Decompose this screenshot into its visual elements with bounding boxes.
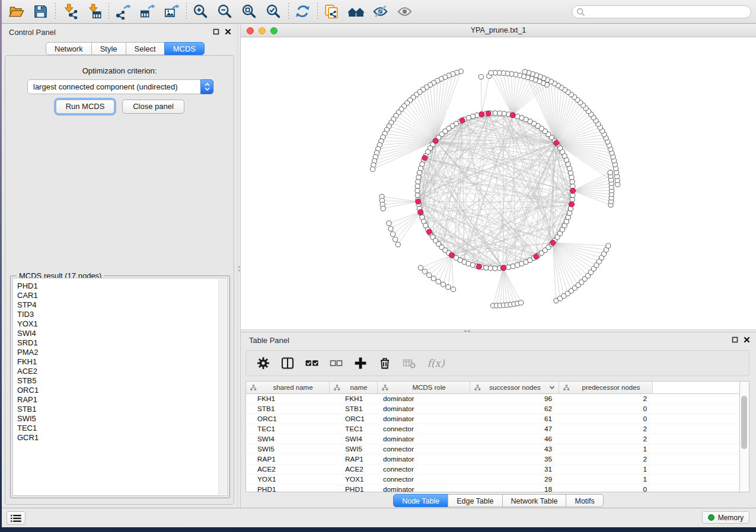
table-row[interactable]: ACE2ACE2connector311 xyxy=(246,464,739,475)
mcds-hub-node[interactable] xyxy=(570,188,576,194)
mcds-hub-node[interactable] xyxy=(426,229,432,235)
tab-node-table[interactable]: Node Table xyxy=(393,494,448,507)
table-row[interactable]: SWI5SWI5connector431 xyxy=(246,444,739,454)
mcds-result-item[interactable]: SRD1 xyxy=(17,338,39,348)
export-table-button[interactable] xyxy=(135,1,160,23)
graph-node[interactable] xyxy=(416,180,420,184)
graph-node[interactable] xyxy=(493,266,497,271)
graph-node[interactable] xyxy=(393,237,398,242)
graph-node[interactable] xyxy=(519,300,524,305)
mcds-result-list[interactable]: PHD1CAR1STP4TID3YOX1SWI4SRD1PMA2FKH1ACE2… xyxy=(12,278,228,496)
column-header-MCDS-role[interactable]: MCDS role xyxy=(378,382,470,393)
export-image-button[interactable] xyxy=(160,1,184,23)
mcds-result-item[interactable]: ACE2 xyxy=(17,367,39,376)
deselect-all-checkboxes-button[interactable] xyxy=(328,355,344,371)
tab-network-table[interactable]: Network Table xyxy=(502,494,567,507)
close-icon[interactable] xyxy=(744,336,750,343)
table-row[interactable]: FKH1FKH1dominator962 xyxy=(246,394,739,404)
graph-node[interactable] xyxy=(522,69,527,74)
mcds-hub-node[interactable] xyxy=(433,138,438,143)
graph-node[interactable] xyxy=(608,170,613,175)
graph-node[interactable] xyxy=(569,175,574,180)
graph-node[interactable] xyxy=(489,70,493,75)
mcds-result-item[interactable]: SWI4 xyxy=(17,329,39,338)
graph-node[interactable] xyxy=(488,266,493,271)
graph-node[interactable] xyxy=(416,175,421,180)
graph-node[interactable] xyxy=(415,188,420,193)
graph-node[interactable] xyxy=(511,264,515,268)
table-scrollbar[interactable] xyxy=(740,381,749,492)
graph-node[interactable] xyxy=(441,282,445,287)
delete-column-button[interactable] xyxy=(377,355,393,371)
graph-node[interactable] xyxy=(484,265,489,270)
graph-node[interactable] xyxy=(506,265,511,270)
table-row[interactable]: YOX1YOX1connector291 xyxy=(246,475,739,485)
graph-node[interactable] xyxy=(381,206,385,211)
mcds-hub-node[interactable] xyxy=(550,240,556,245)
mcds-list-scrollbar[interactable] xyxy=(218,279,227,495)
table-row[interactable]: ORC1ORC1dominator610 xyxy=(246,414,739,424)
graph-node[interactable] xyxy=(568,171,573,175)
mcds-result-item[interactable]: FKH1 xyxy=(17,357,39,367)
graph-node[interactable] xyxy=(395,242,400,247)
import-network-button[interactable] xyxy=(58,1,82,23)
graph-node[interactable] xyxy=(391,232,395,236)
optimization-criterion-select[interactable]: largest connected component (undirected) xyxy=(27,79,213,94)
tab-mcds[interactable]: MCDS xyxy=(164,42,205,55)
mcds-hub-node[interactable] xyxy=(510,113,515,118)
mcds-hub-node[interactable] xyxy=(460,118,465,123)
graph-node[interactable] xyxy=(470,262,475,267)
mcds-hub-node[interactable] xyxy=(569,201,575,207)
graph-node[interactable] xyxy=(415,193,420,198)
export-network-button[interactable] xyxy=(111,1,135,23)
column-header-name[interactable]: name xyxy=(330,382,378,393)
mcds-result-item[interactable]: SWI5 xyxy=(17,414,39,424)
mcds-hub-node[interactable] xyxy=(486,111,491,116)
split-panel-button[interactable] xyxy=(280,355,295,371)
graph-node[interactable] xyxy=(436,279,441,284)
tab-edge-table[interactable]: Edge Table xyxy=(448,494,502,507)
mcds-result-item[interactable]: GCR1 xyxy=(17,433,39,443)
mcds-result-item[interactable]: TID3 xyxy=(17,310,39,319)
mcds-hub-node[interactable] xyxy=(416,199,421,204)
import-table-button[interactable] xyxy=(82,1,106,23)
hide-selected-button[interactable] xyxy=(368,1,393,23)
mcds-result-item[interactable]: ORC1 xyxy=(17,386,39,395)
mcds-hub-node[interactable] xyxy=(449,252,454,258)
table-row[interactable]: TEC1TEC1connector472 xyxy=(246,424,739,434)
column-header-successor-nodes[interactable]: successor nodes xyxy=(470,382,559,393)
tab-motifs[interactable]: Motifs xyxy=(566,494,603,507)
sort-menu-icon[interactable] xyxy=(549,385,555,390)
mcds-hub-node[interactable] xyxy=(422,155,428,161)
graph-node[interactable] xyxy=(418,265,423,270)
settings-gear-button[interactable] xyxy=(256,355,271,371)
open-file-button[interactable] xyxy=(4,1,28,23)
tab-select[interactable]: Select xyxy=(126,42,165,55)
mcds-result-item[interactable]: STB5 xyxy=(17,376,39,386)
graph-node[interactable] xyxy=(502,111,506,116)
graph-node[interactable] xyxy=(387,221,391,226)
mcds-result-item[interactable]: PHD1 xyxy=(17,281,39,291)
mcds-result-item[interactable]: CAR1 xyxy=(17,291,39,300)
float-icon[interactable] xyxy=(732,336,738,343)
graph-node[interactable] xyxy=(427,273,432,277)
network-from-selection-button[interactable] xyxy=(320,1,344,23)
graph-node[interactable] xyxy=(493,111,497,116)
graph-node[interactable] xyxy=(446,284,451,289)
graph-node[interactable] xyxy=(570,180,575,184)
graph-node[interactable] xyxy=(479,75,483,79)
graph-node[interactable] xyxy=(371,167,375,172)
graph-node[interactable] xyxy=(388,226,393,231)
mcds-result-item[interactable]: STB1 xyxy=(17,405,39,414)
select-all-checkboxes-button[interactable] xyxy=(304,355,320,371)
save-session-button[interactable] xyxy=(28,1,53,23)
mcds-result-item[interactable]: RAP1 xyxy=(17,395,39,405)
tab-network[interactable]: Network xyxy=(46,42,92,55)
mcds-result-item[interactable]: STP4 xyxy=(17,300,39,310)
graph-node[interactable] xyxy=(417,171,422,175)
table-row[interactable]: SWI4SWI4dominator462 xyxy=(246,434,739,444)
graph-node[interactable] xyxy=(422,269,427,274)
zoom-selected-button[interactable] xyxy=(261,1,286,23)
home-layout-button[interactable] xyxy=(344,1,368,23)
zoom-fit-button[interactable] xyxy=(237,1,261,23)
